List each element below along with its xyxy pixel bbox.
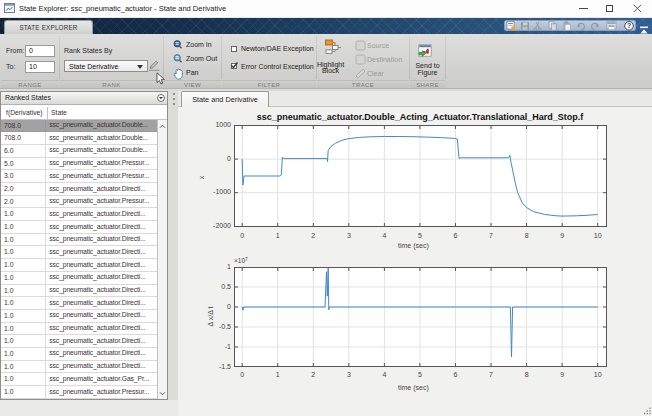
- svg-text:?: ?: [627, 22, 631, 29]
